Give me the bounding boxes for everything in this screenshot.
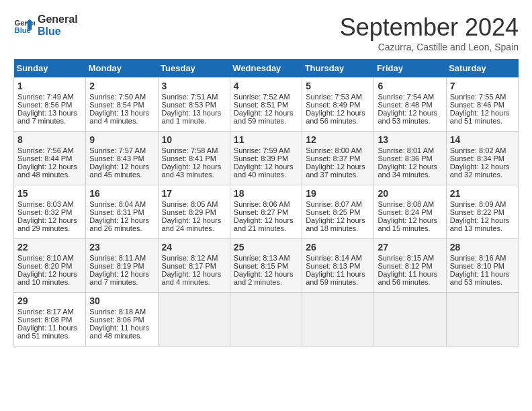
day-number: 14 xyxy=(450,134,515,145)
daylight-text: Daylight: 12 hours and 18 minutes. xyxy=(306,216,370,232)
table-row: 25Sunrise: 8:13 AMSunset: 8:15 PMDayligh… xyxy=(230,239,302,293)
header-row: Sunday Monday Tuesday Wednesday Thursday… xyxy=(14,59,519,78)
page-header: General Blue General Blue September 2024… xyxy=(13,13,519,52)
sunrise-text: Sunrise: 7:57 AM xyxy=(89,146,154,154)
sunrise-text: Sunrise: 7:51 AM xyxy=(162,93,226,101)
sunset-text: Sunset: 8:44 PM xyxy=(17,154,82,163)
day-number: 11 xyxy=(234,134,298,145)
day-number: 22 xyxy=(17,242,82,253)
sunset-text: Sunset: 8:41 PM xyxy=(162,154,226,163)
day-number: 10 xyxy=(162,134,226,145)
day-number: 3 xyxy=(162,81,226,91)
col-saturday: Saturday xyxy=(446,59,518,78)
col-sunday: Sunday xyxy=(14,59,86,78)
sunrise-text: Sunrise: 8:09 AM xyxy=(450,200,515,208)
sunset-text: Sunset: 8:54 PM xyxy=(89,101,154,109)
sunrise-text: Sunrise: 7:54 AM xyxy=(378,93,442,101)
table-row xyxy=(158,293,230,347)
day-number: 26 xyxy=(306,242,370,253)
table-row: 6Sunrise: 7:54 AMSunset: 8:48 PMDaylight… xyxy=(374,78,446,132)
sunrise-text: Sunrise: 8:08 AM xyxy=(378,200,442,208)
col-friday: Friday xyxy=(374,59,446,78)
sunset-text: Sunset: 8:56 PM xyxy=(17,101,82,109)
calendar-week-row: 29Sunrise: 8:17 AMSunset: 8:08 PMDayligh… xyxy=(14,293,519,347)
day-number: 17 xyxy=(162,188,226,199)
day-number: 2 xyxy=(89,81,154,91)
sunset-text: Sunset: 8:48 PM xyxy=(378,101,442,109)
sunset-text: Sunset: 8:20 PM xyxy=(17,262,82,270)
day-number: 25 xyxy=(234,242,298,253)
day-number: 9 xyxy=(89,134,154,145)
table-row: 20Sunrise: 8:08 AMSunset: 8:24 PMDayligh… xyxy=(374,185,446,239)
sunrise-text: Sunrise: 7:50 AM xyxy=(89,93,154,101)
table-row: 21Sunrise: 8:09 AMSunset: 8:22 PMDayligh… xyxy=(446,185,518,239)
day-number: 21 xyxy=(450,188,515,199)
sunrise-text: Sunrise: 8:13 AM xyxy=(234,254,298,262)
sunset-text: Sunset: 8:13 PM xyxy=(306,262,370,270)
day-number: 12 xyxy=(306,134,370,145)
sunset-text: Sunset: 8:43 PM xyxy=(89,154,154,163)
sunrise-text: Sunrise: 8:11 AM xyxy=(89,254,154,262)
daylight-text: Daylight: 12 hours and 37 minutes. xyxy=(306,163,370,179)
daylight-text: Daylight: 11 hours and 53 minutes. xyxy=(450,270,515,286)
table-row: 12Sunrise: 8:00 AMSunset: 8:37 PMDayligh… xyxy=(302,132,374,185)
col-tuesday: Tuesday xyxy=(158,59,230,78)
daylight-text: Daylight: 12 hours and 26 minutes. xyxy=(89,216,154,232)
sunrise-text: Sunrise: 8:10 AM xyxy=(17,254,82,262)
logo-icon: General Blue xyxy=(13,15,35,36)
daylight-text: Daylight: 12 hours and 24 minutes. xyxy=(162,216,226,232)
table-row: 4Sunrise: 7:52 AMSunset: 8:51 PMDaylight… xyxy=(230,78,302,132)
day-number: 13 xyxy=(378,134,442,145)
day-number: 8 xyxy=(17,134,82,145)
day-number: 6 xyxy=(378,81,442,91)
calendar-week-row: 22Sunrise: 8:10 AMSunset: 8:20 PMDayligh… xyxy=(14,239,519,293)
table-row: 5Sunrise: 7:53 AMSunset: 8:49 PMDaylight… xyxy=(302,78,374,132)
sunrise-text: Sunrise: 7:56 AM xyxy=(17,146,82,154)
sunrise-text: Sunrise: 8:14 AM xyxy=(306,254,370,262)
sunrise-text: Sunrise: 7:53 AM xyxy=(306,93,370,101)
sunset-text: Sunset: 8:12 PM xyxy=(378,262,442,270)
table-row xyxy=(230,293,302,347)
table-row: 8Sunrise: 7:56 AMSunset: 8:44 PMDaylight… xyxy=(14,132,86,185)
table-row: 11Sunrise: 7:59 AMSunset: 8:39 PMDayligh… xyxy=(230,132,302,185)
sunset-text: Sunset: 8:32 PM xyxy=(17,208,82,216)
daylight-text: Daylight: 12 hours and 10 minutes. xyxy=(17,270,82,286)
table-row: 17Sunrise: 8:05 AMSunset: 8:29 PMDayligh… xyxy=(158,185,230,239)
table-row: 28Sunrise: 8:16 AMSunset: 8:10 PMDayligh… xyxy=(446,239,518,293)
day-number: 23 xyxy=(89,242,154,253)
sunset-text: Sunset: 8:15 PM xyxy=(234,262,298,270)
title-block: September 2024 Cazurra, Castille and Leo… xyxy=(340,13,519,52)
sunrise-text: Sunrise: 8:01 AM xyxy=(378,146,442,154)
day-number: 15 xyxy=(17,188,82,199)
sunset-text: Sunset: 8:24 PM xyxy=(378,208,442,216)
col-monday: Monday xyxy=(86,59,158,78)
daylight-text: Daylight: 11 hours and 59 minutes. xyxy=(306,270,370,286)
table-row xyxy=(302,293,374,347)
sunset-text: Sunset: 8:08 PM xyxy=(17,316,82,324)
sunset-text: Sunset: 8:27 PM xyxy=(234,208,298,216)
logo: General Blue General Blue xyxy=(13,13,78,37)
sunset-text: Sunset: 8:37 PM xyxy=(306,154,370,163)
table-row: 10Sunrise: 7:58 AMSunset: 8:41 PMDayligh… xyxy=(158,132,230,185)
sunset-text: Sunset: 8:06 PM xyxy=(89,316,154,324)
daylight-text: Daylight: 13 hours and 1 minute. xyxy=(162,109,226,125)
sunrise-text: Sunrise: 7:55 AM xyxy=(450,93,515,101)
table-row: 30Sunrise: 8:18 AMSunset: 8:06 PMDayligh… xyxy=(86,293,158,347)
table-row: 18Sunrise: 8:06 AMSunset: 8:27 PMDayligh… xyxy=(230,185,302,239)
daylight-text: Daylight: 12 hours and 7 minutes. xyxy=(89,270,154,286)
logo-text-blue: Blue xyxy=(38,26,78,38)
table-row: 3Sunrise: 7:51 AMSunset: 8:53 PMDaylight… xyxy=(158,78,230,132)
sunset-text: Sunset: 8:34 PM xyxy=(450,154,515,163)
daylight-text: Daylight: 12 hours and 13 minutes. xyxy=(450,216,515,232)
sunset-text: Sunset: 8:36 PM xyxy=(378,154,442,163)
sunset-text: Sunset: 8:31 PM xyxy=(89,208,154,216)
table-row: 27Sunrise: 8:15 AMSunset: 8:12 PMDayligh… xyxy=(374,239,446,293)
sunrise-text: Sunrise: 8:18 AM xyxy=(89,308,154,316)
col-thursday: Thursday xyxy=(302,59,374,78)
table-row: 29Sunrise: 8:17 AMSunset: 8:08 PMDayligh… xyxy=(14,293,86,347)
day-number: 19 xyxy=(306,188,370,199)
location-subtitle: Cazurra, Castille and Leon, Spain xyxy=(340,42,519,52)
day-number: 18 xyxy=(234,188,298,199)
daylight-text: Daylight: 12 hours and 2 minutes. xyxy=(234,270,298,286)
table-row: 9Sunrise: 7:57 AMSunset: 8:43 PMDaylight… xyxy=(86,132,158,185)
